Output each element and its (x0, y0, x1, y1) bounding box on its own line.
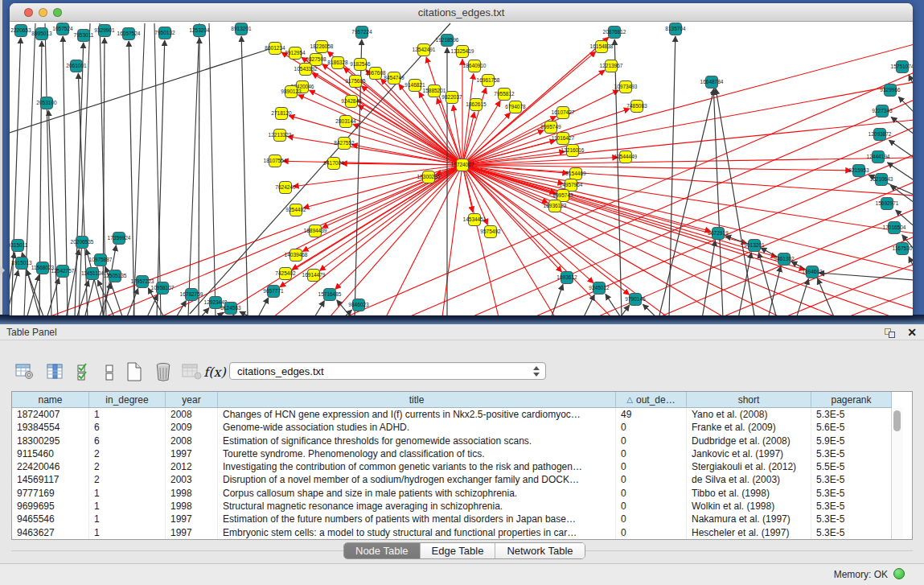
graph-node[interactable]: 1693612 (556, 272, 577, 284)
graph-node[interactable]: 8135704 (665, 23, 686, 35)
tab-node-table[interactable]: Node Table (344, 543, 421, 558)
column-header-out_degree[interactable]: △out_de… (616, 392, 687, 408)
network-canvas[interactable]: 2220653899501310575247953011932990116057… (10, 22, 913, 315)
graph-node[interactable]: 12542757 (51, 266, 75, 278)
graph-node[interactable]: 2053100 (36, 97, 57, 109)
select-all-button[interactable] (72, 360, 97, 384)
graph-node[interactable]: 9461302 (774, 253, 795, 266)
graph-node[interactable]: 9846023 (348, 299, 369, 311)
column-header-year[interactable]: year (166, 392, 218, 408)
graph-node[interactable]: 11451134 (81, 268, 104, 280)
graph-node[interactable]: 6794078 (505, 101, 526, 113)
graph-node[interactable]: 7953011 (74, 30, 94, 42)
table-row[interactable]: 969969511998Structural magnetic resonanc… (12, 500, 892, 513)
delete-column-button[interactable] (151, 360, 175, 384)
graph-node[interactable]: 8915013 (11, 257, 32, 270)
graph-node[interactable]: 12444194 (867, 151, 890, 163)
graph-node[interactable]: 15692971 (876, 198, 899, 210)
panel-collapse-arrow-icon[interactable] (0, 266, 5, 275)
graph-node[interactable]: 10958107 (151, 282, 175, 295)
network-file-select[interactable]: citations_edges.txt (229, 362, 546, 380)
tab-edge-table[interactable]: Edge Table (421, 543, 496, 558)
show-columns-button[interactable] (43, 360, 68, 384)
graph-node[interactable]: 16210643 (870, 174, 893, 186)
graph-node[interactable]: 20206535 (71, 237, 94, 249)
graph-node[interactable]: 7957224 (351, 27, 372, 39)
graph-node[interactable]: 7950132 (154, 27, 175, 39)
graph-node[interactable]: 9254402 (285, 204, 306, 216)
graph-node[interactable]: 12213323 (269, 130, 292, 142)
table-row[interactable]: 946554611997Estimation of the future num… (12, 513, 892, 525)
column-header-in_degree[interactable]: in_degree (89, 392, 166, 408)
graph-node[interactable]: 18300295 (417, 171, 441, 183)
graph-node[interactable]: 9175685 (345, 76, 366, 88)
graph-node[interactable]: 18226058 (310, 41, 334, 53)
graph-node[interactable]: 15716485 (318, 289, 342, 301)
graph-node[interactable]: 9315011 (10, 240, 28, 252)
graph-node[interactable]: 9329901 (94, 25, 115, 37)
table-row[interactable]: 1872400712008Changes of HCN gene express… (12, 408, 892, 421)
graph-node[interactable]: 2718120 (271, 108, 292, 120)
network-window-titlebar[interactable]: citations_edges.txt (10, 3, 913, 22)
graph-node[interactable]: 13325419 (451, 46, 474, 58)
clear-selection-button[interactable] (98, 360, 122, 384)
graph-node[interactable]: 16648784 (700, 76, 724, 89)
column-header-pagerank[interactable]: pagerank (811, 392, 892, 408)
graph-node[interactable]: 8186328 (327, 57, 348, 69)
graph-node[interactable]: 16782759 (180, 289, 203, 301)
graph-node[interactable]: 2967608 (365, 68, 386, 80)
graph-node[interactable]: 1253204 (189, 25, 210, 37)
table-row[interactable]: 2242004622012Investigating the contribut… (12, 460, 892, 473)
graph-node[interactable]: 18640910 (463, 60, 487, 72)
graph-node[interactable]: 9182546 (350, 59, 371, 71)
table-cell: Embryonic stem cells: a model to study s… (218, 526, 616, 539)
graph-node[interactable]: 15751074 (891, 61, 913, 73)
table-row[interactable]: 946362711997Embryonic stem cells: a mode… (12, 526, 892, 539)
graph-node[interactable]: 7624240 (275, 182, 296, 194)
graph-node[interactable]: 7485083 (626, 101, 647, 113)
close-panel-icon[interactable]: ✕ (906, 326, 918, 339)
graph-node[interactable]: 16057524 (117, 28, 141, 40)
function-builder-button[interactable]: f(x) (203, 360, 227, 384)
table-vertical-scrollbar[interactable] (891, 408, 903, 539)
graph-node[interactable]: 9154469 (565, 168, 586, 180)
table-options-button[interactable] (13, 360, 37, 384)
table-row[interactable]: 1830029562008Estimation of significance … (12, 435, 892, 447)
graph-node[interactable]: 8454749 (384, 72, 405, 84)
column-header-short[interactable]: short (687, 392, 811, 408)
table-row[interactable]: 1456911722003Disruption of a novel membe… (12, 473, 892, 486)
graph-node[interactable]: 12213967 (600, 60, 623, 72)
graph-node[interactable]: 9227343 (872, 105, 893, 117)
graph-node[interactable]: 16914479 (302, 270, 326, 282)
graph-node[interactable]: 2061001 (66, 60, 87, 72)
graph-node[interactable]: 8427552 (334, 138, 355, 150)
graph-node[interactable]: 14534451 (463, 214, 487, 226)
graph-node[interactable]: 7955812 (494, 89, 515, 101)
graph-node[interactable]: 8913201 (231, 23, 252, 35)
create-column-button[interactable] (122, 360, 146, 384)
graph-node[interactable]: 16961758 (477, 75, 500, 87)
network-view[interactable]: 2220653899501310575247953011932990116057… (10, 22, 913, 315)
graph-node[interactable]: 9657771 (263, 286, 284, 298)
memory-ok-indicator[interactable] (893, 568, 905, 579)
graph-node[interactable]: 9417004 (323, 158, 344, 170)
table-row[interactable]: 977716911998Corpus callosum shape and si… (12, 487, 892, 500)
graph-node[interactable]: 17359924 (108, 233, 131, 245)
table-row[interactable]: 911546021997Tourette syndrome. Phenomeno… (12, 447, 892, 460)
table-row[interactable]: 1938455462009Genome-wide association stu… (12, 421, 892, 434)
graph-node[interactable]: 9575492 (480, 226, 501, 238)
scrollbar-thumb[interactable] (893, 410, 901, 431)
float-panel-icon[interactable] (885, 328, 896, 338)
graph-node[interactable]: 2803144 (335, 116, 356, 128)
graph-node[interactable]: 10975887 (89, 254, 113, 266)
column-header-name[interactable]: name (12, 392, 89, 408)
graph-node[interactable]: 12542491 (413, 44, 436, 56)
graph-node[interactable]: 9013201 (744, 240, 765, 252)
graph-node[interactable]: 18107554 (264, 155, 287, 167)
tab-network-table[interactable]: Network Table (495, 543, 584, 558)
graph-node[interactable]: 1057524 (52, 23, 73, 35)
graph-node[interactable]: 20876812 (603, 27, 626, 39)
graph-node[interactable]: 2220653 (10, 25, 31, 37)
column-header-title[interactable]: title (218, 392, 616, 408)
graph-node[interactable]: 8912954 (285, 47, 306, 60)
